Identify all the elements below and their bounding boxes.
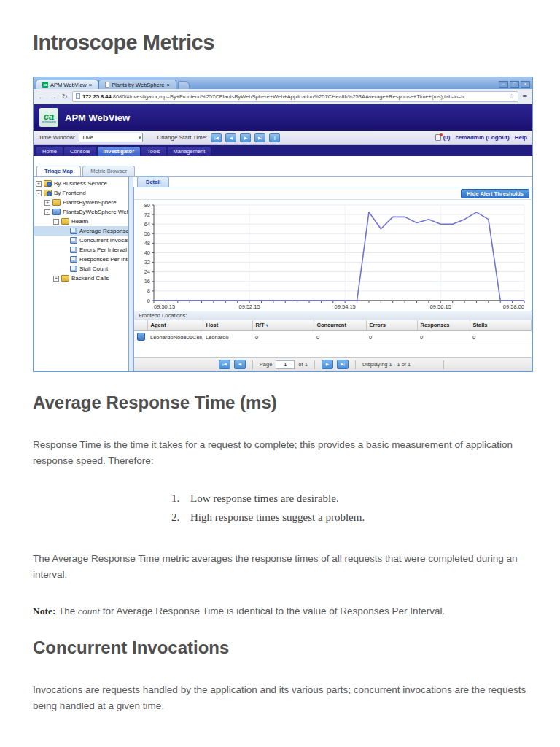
- folder-globe-icon: [44, 190, 52, 196]
- tree-item-stall-count[interactable]: Stall Count: [34, 264, 128, 274]
- list-item: 2.High response times suggest a problem.: [33, 508, 533, 527]
- back-icon[interactable]: ←: [37, 93, 46, 101]
- browser-tab-label: Plants by WebSphere: [112, 82, 164, 88]
- tab-close-icon[interactable]: ×: [167, 82, 170, 88]
- tree-item-responses-per-interval[interactable]: Responses Per Interval: [34, 255, 128, 264]
- time-window-value: Live: [82, 134, 93, 141]
- alerts-indicator[interactable]: (0): [435, 134, 451, 141]
- tree-item-average-response-time[interactable]: Average Response Time (ms): [34, 226, 128, 236]
- browser-tab-apm-webview[interactable]: ca APM WebView ×: [36, 80, 98, 89]
- column-header-concurrent[interactable]: Concurrent: [314, 320, 366, 330]
- tree-item-by-frontend[interactable]: -By Frontend: [34, 188, 128, 198]
- column-header-agent[interactable]: Agent: [147, 320, 203, 330]
- column-header-rt[interactable]: R/T ▾: [252, 320, 314, 330]
- chevron-down-icon: ▾: [139, 135, 141, 141]
- svg-text:16: 16: [144, 278, 150, 285]
- step-back-button[interactable]: ◀: [225, 133, 236, 142]
- tree-item-plantsbywebsphere[interactable]: +PlantsByWebSphere: [34, 198, 128, 207]
- reload-icon[interactable]: ↻: [61, 93, 69, 101]
- bookmark-star-icon[interactable]: ☆: [509, 93, 515, 100]
- help-link[interactable]: Help: [515, 134, 527, 141]
- page-label: Page: [260, 361, 273, 368]
- forward-icon[interactable]: →: [49, 93, 58, 101]
- page-input[interactable]: [276, 360, 295, 369]
- tab-close-icon[interactable]: ×: [89, 82, 92, 88]
- tree-toggle[interactable]: -: [53, 219, 59, 225]
- logout-link[interactable]: cemadmin (Logout): [455, 134, 509, 141]
- svg-text:0: 0: [147, 298, 150, 304]
- response-time-chart: 0816243240485664728009:50:1509:52:1509:5…: [134, 200, 532, 311]
- paragraph: Response Time is the time it takes for a…: [33, 437, 533, 470]
- tree-item-by-business-service[interactable]: +By Business Service: [34, 179, 128, 188]
- last-page-button[interactable]: ▶|: [337, 360, 349, 369]
- nav-tab-investigator[interactable]: Investigator: [98, 147, 141, 156]
- document-page: Introscope Metrics ca APM WebView × Plan…: [0, 0, 560, 747]
- url-host: 172.25.8.44: [82, 93, 112, 100]
- svg-text:48: 48: [144, 240, 150, 247]
- tree-toggle[interactable]: -: [36, 190, 42, 196]
- pause-button[interactable]: ||: [269, 133, 280, 142]
- column-header-responses[interactable]: Responses: [417, 320, 470, 330]
- svg-text:40: 40: [144, 249, 150, 256]
- spacer: [134, 344, 532, 358]
- folder-globe-icon: [44, 180, 52, 187]
- nav-tab-management[interactable]: Management: [168, 147, 211, 156]
- column-header-errors[interactable]: Errors: [366, 320, 417, 330]
- tree-toggle[interactable]: -: [44, 209, 50, 215]
- tree-item-concurrent-invocations[interactable]: Concurrent Invocations: [34, 236, 128, 245]
- svg-text:09:50:15: 09:50:15: [154, 303, 175, 310]
- tab-metric-browser[interactable]: Metric Browser: [82, 166, 135, 176]
- table-row[interactable]: LeonardoNode01Cell,ser... Leonardo 0 0 0…: [134, 330, 532, 344]
- page-icon: [76, 93, 80, 99]
- next-page-button[interactable]: ▶: [322, 360, 333, 369]
- skip-end-button[interactable]: ▶|: [254, 133, 265, 142]
- nav-tab-home[interactable]: Home: [36, 147, 63, 156]
- alerts-icon: [435, 134, 442, 141]
- tab-triage-map[interactable]: Triage Map: [36, 166, 81, 176]
- close-icon[interactable]: ×: [521, 81, 530, 88]
- browser-tab-label: APM WebView: [50, 82, 87, 88]
- tree-toggle[interactable]: +: [53, 276, 59, 282]
- browser-urlbar: ← → ↻ 172.25.8.44:8080/#investigator;mp=…: [34, 89, 532, 104]
- maximize-icon[interactable]: □: [510, 81, 519, 88]
- page-of-label: of 1: [298, 361, 308, 368]
- tree-item-backend-calls[interactable]: +Backend Calls: [34, 274, 128, 283]
- nav-tab-console[interactable]: Console: [64, 147, 96, 156]
- tree-toggle[interactable]: +: [36, 181, 42, 187]
- hide-alert-thresholds-button[interactable]: Hide Alert Thresholds: [461, 189, 529, 198]
- folder-icon: [61, 218, 69, 225]
- tree-toggle[interactable]: +: [44, 200, 50, 206]
- tree-item-label: By Frontend: [54, 190, 86, 196]
- address-bar[interactable]: 172.25.8.44:8080/#investigator;mp=By+Fro…: [72, 91, 518, 102]
- tree-item-plants-web-application[interactable]: -PlantsByWebSphere Web Application: [34, 207, 128, 217]
- tree-item-errors-per-interval[interactable]: Errors Per Interval: [34, 245, 128, 255]
- tree-item-label: Health: [71, 218, 88, 225]
- metric-icon: [70, 247, 77, 253]
- play-button[interactable]: ▶: [240, 133, 251, 142]
- change-start-label: Change Start Time:: [157, 134, 207, 141]
- nav-tab-tools[interactable]: Tools: [141, 147, 166, 156]
- spacer: [34, 156, 532, 165]
- cell-rt: 0: [252, 330, 314, 344]
- list-text: High response times suggest a problem.: [190, 511, 365, 523]
- skip-start-button[interactable]: |◀: [211, 133, 222, 142]
- prev-page-button[interactable]: ◀: [234, 360, 246, 369]
- ca-favicon: ca: [42, 82, 48, 88]
- numbered-list: 1.Low response times are desirable. 2.Hi…: [33, 489, 533, 527]
- tree-item-health[interactable]: -Health: [34, 217, 128, 226]
- ca-logo-text: ca: [44, 112, 54, 120]
- browser-tab-plants[interactable]: Plants by WebSphere ×: [98, 80, 176, 89]
- time-window-select[interactable]: Live ▾: [79, 133, 143, 142]
- browser-menu-icon[interactable]: ≡: [521, 92, 529, 101]
- metric-tree: +By Business Service -By Frontend +Plant…: [34, 177, 129, 371]
- frontend-locations-table: Agent Host R/T ▾ Concurrent Errors Respo…: [134, 320, 532, 344]
- tree-item-label: PlantsByWebSphere Web Application: [63, 209, 129, 215]
- column-header-host[interactable]: Host: [203, 320, 252, 330]
- pagination-bar: |◀ ◀ Page of 1 ▶ ▶| Displaying 1 - 1 of …: [134, 357, 532, 371]
- agent-row-icon[interactable]: [137, 333, 145, 341]
- first-page-button[interactable]: |◀: [219, 360, 230, 369]
- column-header-stalls[interactable]: Stalls: [470, 320, 532, 330]
- minimize-icon[interactable]: –: [499, 81, 508, 88]
- new-tab-button[interactable]: [178, 81, 190, 89]
- tab-detail[interactable]: Detail: [137, 177, 169, 187]
